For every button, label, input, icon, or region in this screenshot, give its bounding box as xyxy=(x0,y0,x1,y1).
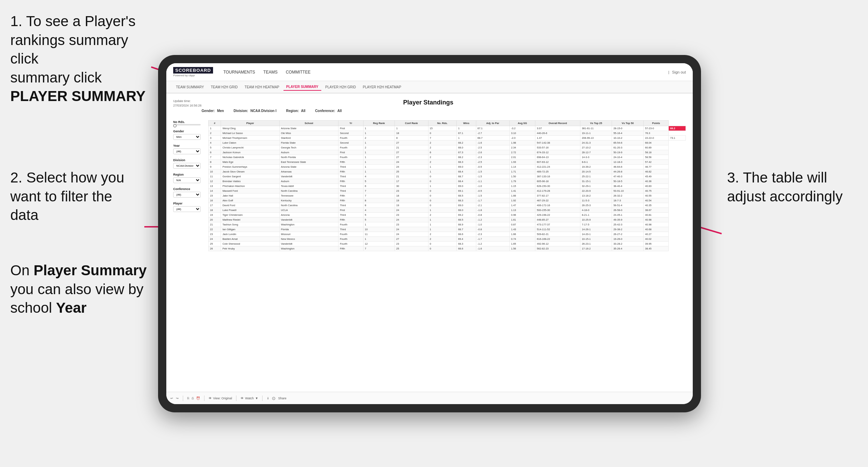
share-btn[interactable]: Share xyxy=(278,397,286,400)
cell-0-1: Wenyi Ding xyxy=(221,126,279,131)
sub-nav-team-h2h-heatmap[interactable]: TEAM H2H HEATMAP xyxy=(242,84,282,90)
cell-10-10: 387-133-16 xyxy=(535,174,580,179)
cell-22-6: 2 xyxy=(428,232,457,237)
cell-18-11: 8-21-1 xyxy=(580,213,612,218)
cell-21-5: 24 xyxy=(394,227,428,232)
copy-btn[interactable]: ⎘ xyxy=(187,397,189,400)
cell-11-8: -1.1 xyxy=(476,179,510,184)
cell-22-2: Missouri xyxy=(279,232,338,237)
col-points: Points xyxy=(644,121,669,126)
watch-btn[interactable]: 👁 Watch ▼ xyxy=(241,397,258,400)
cell-8-9: 1.14 xyxy=(510,165,535,169)
redo-btn[interactable]: ↪ xyxy=(176,397,179,400)
cell-23-2: New Mexico xyxy=(279,237,338,242)
cell-17-1: Luke Powell xyxy=(221,208,279,213)
nav-link-teams[interactable]: TEAMS xyxy=(263,68,277,76)
cell-20-1: Tashiun Song xyxy=(221,222,279,227)
cell-23-5: 27 xyxy=(394,237,428,242)
cell-7-3: Fifth xyxy=(338,160,363,165)
table-row: 7Nicholas GabrelcikNorth FloridaFourth12… xyxy=(209,155,686,160)
cell-13-6: 0 xyxy=(428,189,457,193)
table-row: 12Brendan ValdesAuburnFifth517068.4-1.11… xyxy=(209,179,686,184)
conference-select[interactable]: (All) xyxy=(173,192,201,198)
cell-13-3: Third xyxy=(338,189,363,193)
cell-4-9: 2.34 xyxy=(510,145,535,150)
filter-slider[interactable] xyxy=(173,124,201,125)
player-select[interactable]: (All) xyxy=(173,206,201,212)
cell-22-9: 1.66 xyxy=(510,232,535,237)
cell-20-7: 68.9 xyxy=(457,222,476,227)
cell-13-9: 1.41 xyxy=(510,189,535,193)
table-row: 16Alex GoffKentuckyFifth819068.3-1.71.92… xyxy=(209,198,686,203)
cell-7-13: 57.42 xyxy=(644,160,669,165)
cell-11-5: 17 xyxy=(394,179,428,184)
paste-btn[interactable]: ⎙ xyxy=(192,397,193,400)
cell-25-2: Washington xyxy=(279,246,338,251)
cell-14-7: 68.5 xyxy=(457,193,476,198)
division-select[interactable]: NCAA Division I xyxy=(173,163,201,169)
undo-btn[interactable]: ↩ xyxy=(170,397,173,400)
cell-25-6: 0 xyxy=(428,246,457,251)
nav-separator: | xyxy=(668,70,669,74)
cell-25-0: 26 xyxy=(209,246,221,251)
cell-16-1: David Ford xyxy=(221,203,279,208)
cell-10-7: 68.7 xyxy=(457,174,476,179)
table-row: 17David FordNorth CarolinaThird819069.0-… xyxy=(209,203,686,208)
nav-link-tournaments[interactable]: TOURNAMENTS xyxy=(223,68,255,76)
filter-no-rds: No Rds. xyxy=(173,120,204,125)
cell-12-9: 1.15 xyxy=(510,184,535,189)
cell-9-4: 1 xyxy=(363,169,394,174)
cell-1-9: 3.10 xyxy=(510,131,535,136)
download-btn[interactable]: ⇓ xyxy=(267,397,269,400)
sub-nav-player-h2h-heatmap[interactable]: PLAYER H2H HEATMAP xyxy=(360,84,404,90)
sub-nav-team-summary[interactable]: TEAM SUMMARY xyxy=(173,84,207,90)
table-row: 3Michael ThorbjornsenStanfordFourth28716… xyxy=(209,136,686,141)
cell-19-5: 24 xyxy=(394,218,428,222)
region-select[interactable]: N/A xyxy=(173,177,201,183)
cell-24-13: 39.95 xyxy=(644,242,669,246)
filter-region: Region N/A xyxy=(173,173,204,183)
cell-21-13: 40.68 xyxy=(644,227,669,232)
clock-btn[interactable]: ⏰ xyxy=(196,397,200,400)
cell-10-11: 25-22-1 xyxy=(580,174,612,179)
cell-20-9: 0.87 xyxy=(510,222,535,227)
cell-0-6: 15 xyxy=(428,126,457,131)
cell-9-6: 1 xyxy=(428,169,457,174)
cell-16-5: 19 xyxy=(394,203,428,208)
cell-20-6: 1 xyxy=(428,222,457,227)
sign-out-link[interactable]: Sign out xyxy=(672,70,686,74)
cell-24-9: 1.65 xyxy=(510,242,535,246)
view-original-btn[interactable]: 👁 View: Original xyxy=(209,397,232,400)
cell-21-12: 29-38-2 xyxy=(612,227,644,232)
cell-6-2: North Florida xyxy=(279,155,338,160)
cell-11-4: 5 xyxy=(363,179,394,184)
instruction-step2: 2. Select how you want to filter the dat… xyxy=(10,168,134,225)
nav-link-committee[interactable]: COMMITTEE xyxy=(286,68,311,76)
cell-18-12: 24-45-1 xyxy=(612,213,644,218)
cell-1-10: 440-26-6 xyxy=(535,131,580,136)
cell-20-3: Fourth xyxy=(338,222,363,227)
cell-8-5: 24 xyxy=(394,165,428,169)
cell-8-3: Third xyxy=(338,165,363,169)
cell-3-9: 1.98 xyxy=(510,141,535,145)
cell-22-1: Jack Lundin xyxy=(221,232,279,237)
cell-24-1: Cole Sherwood xyxy=(221,242,279,246)
cell-23-11: 10-15-1 xyxy=(580,237,612,242)
cell-5-1: Jackson Koivun xyxy=(221,150,279,155)
cell-16-2: North Carolina xyxy=(279,203,338,208)
cell-7-2: East Tennessee State xyxy=(279,160,338,165)
cell-15-9: 1.92 xyxy=(510,198,535,203)
filter-slider-handle[interactable] xyxy=(173,124,177,127)
sub-nav-team-h2h-grid[interactable]: TEAM H2H GRID xyxy=(208,84,241,90)
cell-9-0: 10 xyxy=(209,169,221,174)
cell-12-7: 69.0 xyxy=(457,184,476,189)
year-select[interactable]: (All) xyxy=(173,148,201,154)
sub-nav-player-h2h-grid[interactable]: PLAYER H2H GRID xyxy=(323,84,359,90)
gender-select[interactable]: Men xyxy=(173,134,201,140)
cell-7-7: 68.3 xyxy=(457,160,476,165)
cell-8-10: 412-221-24 xyxy=(535,165,580,169)
cell-19-0: 20 xyxy=(209,218,221,222)
grid-btn[interactable]: ⨀ xyxy=(272,397,275,400)
sub-nav-player-summary[interactable]: PLAYER SUMMARY xyxy=(283,84,321,91)
cell-19-8: -1.2 xyxy=(476,218,510,222)
